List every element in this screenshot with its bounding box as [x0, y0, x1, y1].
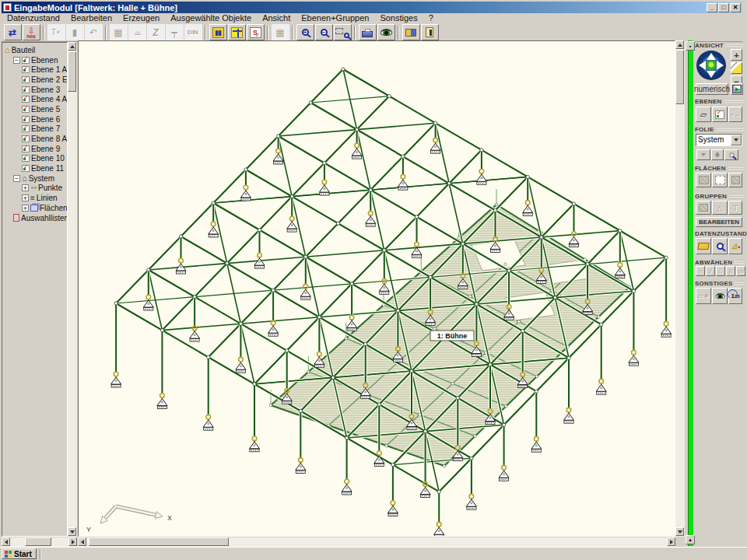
minimize-button[interactable]: _ [707, 3, 717, 12]
flaeche-fill-button[interactable] [696, 173, 711, 187]
tree-item-ebene-9[interactable]: Ebene 9 [2, 144, 67, 154]
tree-item-flächenpo[interactable]: +Flächenpo [2, 203, 67, 213]
raster2-button[interactable]: ▦ [272, 24, 289, 40]
splitter-pin-bottom-button[interactable]: ▴ [686, 535, 695, 544]
folie-spinner[interactable] [711, 149, 724, 160]
sonstiges-sheet-button[interactable]: ▱✶ [696, 288, 711, 304]
tree-item-ebene-11[interactable]: Ebene 11 [2, 163, 67, 173]
tree-item-ebene-8-a[interactable]: Ebene 8 A [2, 134, 67, 144]
sonstiges-view-button[interactable] [712, 288, 728, 304]
tree-item-ebene-4-a[interactable]: Ebene 4 A [2, 94, 67, 104]
gruppe-area-button[interactable] [696, 201, 711, 215]
expand-icon[interactable]: + [22, 205, 29, 212]
folie-combobox[interactable]: System [696, 134, 742, 146]
rotate-right-icon[interactable] [717, 61, 724, 70]
tree-item-bauteil[interactable]: ⌂Bauteil [2, 45, 67, 55]
tree-vscroll-thumb[interactable] [68, 51, 76, 92]
tree-item-ebene-1-a[interactable]: Ebene 1 A [2, 65, 67, 75]
data-transfer-button[interactable]: ⇄ [4, 24, 22, 40]
canvas-hscroll-thumb[interactable] [89, 537, 229, 546]
close-button[interactable]: ✕ [730, 3, 741, 12]
ebene-new-button[interactable]: ▱ [696, 107, 711, 122]
daten-cart-button[interactable]: ⊿● [728, 238, 742, 254]
numerisch-button[interactable]: numerisch [696, 83, 728, 95]
deselect-point-button[interactable]: ○ [696, 266, 705, 276]
support-edit-button[interactable]: ┯ [166, 24, 184, 40]
truss-button[interactable]: ▵▵ [128, 24, 146, 40]
splitter-pin-top-button[interactable]: ▪ [686, 41, 695, 51]
tree-vscrollbar[interactable] [68, 42, 77, 537]
tree-item-ebenen[interactable]: −Ebenen [2, 55, 67, 65]
rotate-left-icon[interactable] [699, 61, 706, 70]
tree-item-linien[interactable]: +≡Linien [2, 193, 67, 203]
zoom-plus-button[interactable]: + [731, 49, 742, 61]
menu-item-ansicht[interactable]: Ansicht [257, 13, 296, 23]
folie-select-button[interactable] [696, 149, 710, 160]
expand-icon[interactable]: + [22, 194, 29, 201]
flaeche-outline-button[interactable] [712, 173, 728, 187]
exit-button[interactable] [421, 24, 439, 40]
save-view-button[interactable] [731, 83, 743, 95]
menu-item-datenzustand[interactable]: Datenzustand [2, 13, 65, 23]
tree-item-ebene-6[interactable]: Ebene 6 [2, 114, 67, 124]
daten-load-button[interactable] [696, 238, 711, 254]
tree-item-ebene-10[interactable]: Ebene 10 [2, 154, 67, 164]
raster-button[interactable]: ▦ [110, 24, 128, 40]
gruppe-node-button[interactable]: ⊤ [728, 201, 742, 215]
panel-splitter[interactable] [688, 40, 693, 546]
pin-button[interactable]: T✶ [47, 24, 65, 40]
standards-book-button[interactable]: S✓ [247, 24, 265, 40]
view-compass[interactable] [696, 51, 726, 80]
structure-model[interactable]: 1: BühneXY [79, 41, 675, 536]
flaeche-edit-button[interactable] [728, 173, 742, 187]
tree-item-auswahllisten[interactable]: Auswahllisten [2, 213, 67, 223]
deselect-area-button[interactable]: □ [716, 266, 725, 276]
menu-item--[interactable]: ? [423, 13, 439, 23]
menu-item-erzeugen[interactable]: Erzeugen [117, 13, 165, 23]
zoom-in-button[interactable]: + [296, 24, 314, 40]
gruppe-support-button[interactable]: △ [712, 201, 728, 215]
undo-button[interactable]: ↶ [85, 24, 103, 40]
rotate-up-icon[interactable] [707, 53, 716, 60]
collapse-icon[interactable]: − [13, 57, 20, 64]
deselect-line-button[interactable]: ╱ [706, 266, 715, 276]
chevron-down-icon[interactable] [731, 135, 742, 145]
ebene-link-button[interactable]: ∘→ [728, 107, 742, 122]
delete-button[interactable]: ▮ [66, 24, 84, 40]
menu-item-ausgew-hlte-objekte[interactable]: Ausgewählte Objekte [165, 13, 257, 23]
manual-button[interactable] [402, 24, 420, 40]
view-options-button[interactable] [377, 24, 395, 40]
crane-button[interactable] [228, 24, 246, 40]
renumber-button[interactable]: 123 [728, 288, 742, 304]
maximize-button[interactable]: □ [718, 3, 729, 12]
rotate-down-icon[interactable] [707, 71, 716, 78]
deselect-columns-button[interactable]: ||| [726, 266, 735, 276]
print-button[interactable] [359, 24, 377, 40]
title-bar[interactable]: EingabeModul [Faltwerk: Halle + Bühne] _… [2, 2, 742, 13]
tree-item-system[interactable]: −⌂System [2, 173, 67, 184]
expand-icon[interactable]: + [22, 184, 29, 191]
building-button[interactable]: ▮▮ [209, 24, 227, 40]
bearbeiten-button[interactable]: BEARBEITEN [696, 217, 742, 227]
drawing-canvas[interactable]: 1: BühneXY [78, 40, 675, 537]
menu-item-ebenen-gruppen[interactable]: Ebenen+Gruppen [296, 13, 374, 23]
tree-item-ebene-7[interactable]: Ebene 7 [2, 124, 67, 135]
tree-item-ebene-3[interactable]: Ebene 3 [2, 85, 67, 95]
menu-item-bearbeiten[interactable]: Bearbeiten [65, 13, 117, 23]
new-button[interactable]: ⇩neu [23, 24, 40, 40]
tree-item-ebene-2-e[interactable]: Ebene 2 E [2, 75, 67, 85]
isometry-button[interactable] [731, 62, 742, 74]
start-button[interactable]: Start [2, 548, 37, 559]
canvas-vscrollbar[interactable] [675, 40, 685, 537]
tree-hscroll-thumb[interactable] [25, 537, 51, 546]
ebene-edit-button[interactable] [712, 107, 728, 122]
canvas-hscrollbar[interactable] [78, 537, 675, 547]
tree-item-punkte[interactable]: +∘∘Punkte [2, 184, 67, 194]
din-button[interactable]: DIN [184, 24, 202, 40]
menu-item-sonstiges[interactable]: Sonstiges [374, 13, 423, 23]
tree-item-ebene-5[interactable]: Ebene 5 [2, 104, 67, 114]
z-profile-button[interactable]: Z [147, 24, 165, 40]
deselect-pair-button[interactable]: oo [736, 266, 745, 276]
tree-hscrollbar[interactable] [2, 537, 77, 547]
collapse-icon[interactable]: − [13, 175, 20, 182]
